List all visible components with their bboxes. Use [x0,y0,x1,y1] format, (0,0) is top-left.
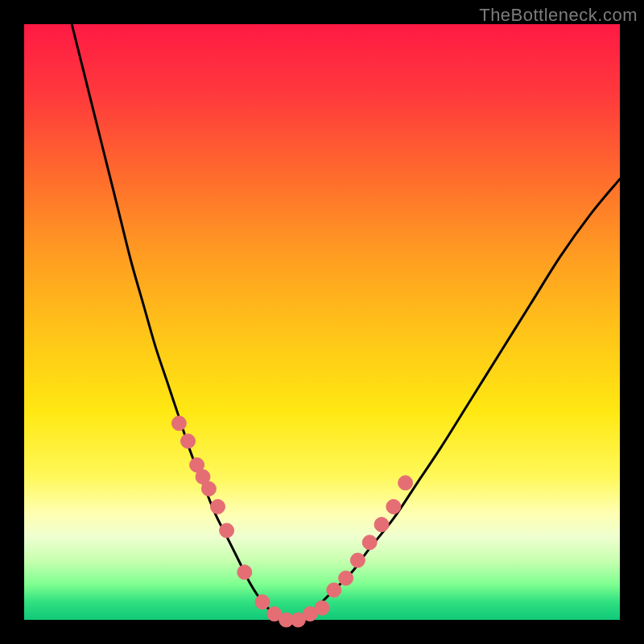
bottleneck-curve [72,24,620,621]
curve-marker [181,434,196,448]
curve-marker [220,523,234,538]
chart-stage: TheBottleneck.com [0,0,644,644]
curve-marker [386,499,401,514]
plot-area [24,24,620,620]
watermark-text: TheBottleneck.com [479,5,638,26]
curve-marker [350,553,365,568]
curve-marker [339,571,353,585]
curve-marker [171,416,186,431]
curve-marker [398,476,413,490]
curve-marker [362,535,377,550]
curve-marker [327,583,341,597]
curve-marker [255,595,270,609]
curve-markers [171,416,412,627]
curve-marker [237,565,252,580]
curve-marker [211,499,225,514]
chart-svg [24,24,620,620]
curve-marker [201,481,216,496]
curve-marker [315,601,329,615]
curve-marker [374,518,389,532]
